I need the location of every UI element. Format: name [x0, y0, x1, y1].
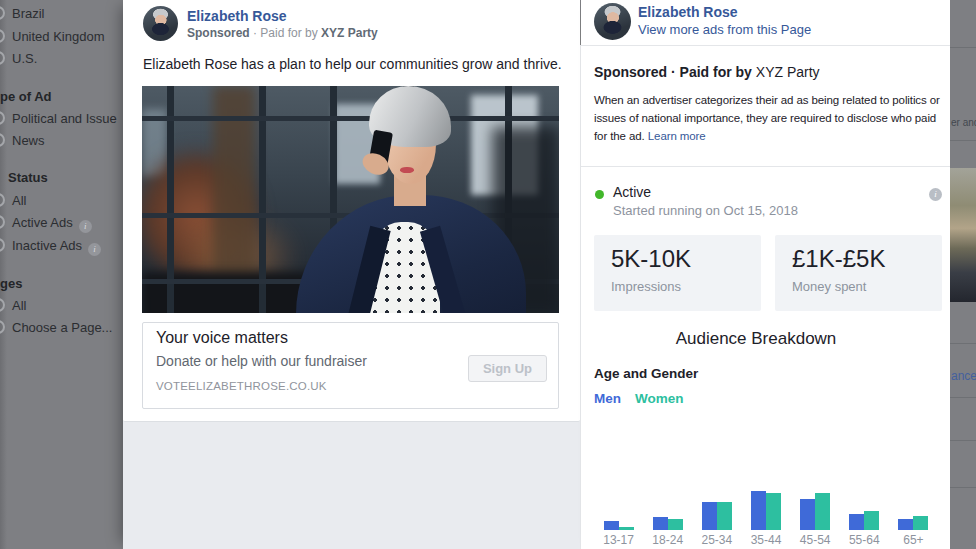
background-link-fragment: ance	[951, 369, 976, 383]
info-icon[interactable]	[79, 220, 92, 233]
ad-preview-column: Elizabeth Rose Sponsored · Paid for by X…	[123, 0, 580, 549]
view-more-ads-link[interactable]: View more ads from this Page	[638, 22, 811, 37]
political-disclosure-text: When an advertiser categorizes their ad …	[594, 91, 944, 145]
chart-category-label: 13-17	[603, 533, 634, 547]
bar-men	[702, 502, 717, 530]
ad-details-column: Elizabeth Rose View more ads from this P…	[581, 0, 950, 549]
link-description: Donate or help with our fundraiser	[156, 353, 367, 369]
background-divider	[950, 440, 976, 441]
radio-icon[interactable]	[0, 193, 5, 207]
section-divider	[581, 45, 950, 46]
age-and-gender-label: Age and Gender	[594, 366, 698, 381]
bar-men	[898, 519, 913, 530]
audience-breakdown-title: Audience Breakdown	[581, 329, 931, 349]
impressions-value: 5K-10K	[611, 245, 691, 273]
background-divider	[950, 47, 976, 48]
chart-category-label: 65+	[903, 533, 923, 547]
chart-group: 45-54	[791, 460, 840, 548]
page-name-link[interactable]: Elizabeth Rose	[187, 8, 287, 24]
active-status-dot-icon	[595, 190, 604, 199]
learn-more-link[interactable]: Learn more	[648, 130, 706, 142]
background-divider	[950, 487, 976, 488]
bar-women	[815, 493, 830, 530]
background-text-fragment: er and	[951, 117, 976, 128]
money-spent-value: £1K-£5K	[792, 245, 885, 273]
sidebar-item-label: Inactive Ads	[12, 238, 82, 253]
bar-women	[668, 519, 683, 530]
chart-group: 13-17	[594, 460, 643, 548]
paid-for-by-label: · Paid for by	[250, 26, 321, 40]
ad-image[interactable]	[142, 86, 559, 313]
chart-group: 65+	[889, 460, 938, 548]
funder-name: XYZ Party	[321, 26, 378, 40]
radio-icon[interactable]	[0, 111, 5, 125]
legend-men: Men	[594, 391, 621, 406]
page-avatar[interactable]	[143, 6, 178, 41]
age-gender-chart: 13-1718-2425-3435-4445-5455-6465+	[594, 460, 938, 548]
radio-icon[interactable]	[0, 320, 5, 334]
money-spent-label: Money spent	[792, 279, 866, 294]
page-avatar[interactable]	[594, 3, 631, 40]
section-divider	[581, 166, 950, 167]
chart-category-label: 45-54	[800, 533, 831, 547]
chart-group: 18-24	[643, 460, 692, 548]
sidebar-item-label: All	[12, 298, 26, 313]
radio-icon[interactable]	[0, 238, 5, 252]
photo-lips	[400, 167, 414, 173]
sidebar-item-label: Brazil	[12, 6, 45, 21]
sidebar-section-header-pages: ges	[0, 276, 22, 291]
background-divider	[950, 140, 976, 141]
filter-sidebar: Brazil United Kingdom U.S. pe of Ad Poli…	[0, 0, 123, 549]
radio-icon[interactable]	[0, 6, 5, 20]
radio-icon[interactable]	[0, 215, 5, 229]
dimmed-background-page: er and ance	[950, 0, 976, 549]
sidebar-section-header-status: Status	[8, 170, 48, 185]
bar-women	[766, 493, 781, 530]
chart-category-label: 25-34	[702, 533, 733, 547]
impressions-stat-box: 5K-10K Impressions	[594, 235, 761, 311]
sidebar-item-label: Political and Issue	[12, 111, 117, 126]
bar-women	[619, 527, 634, 530]
chart-group: 25-34	[692, 460, 741, 548]
chart-bar-pair	[653, 460, 683, 530]
ad-library-detail-screen: Brazil United Kingdom U.S. pe of Ad Poli…	[0, 0, 976, 549]
bar-women	[717, 502, 732, 530]
bar-men	[653, 517, 668, 530]
money-spent-stat-box: £1K-£5K Money spent	[775, 235, 942, 311]
bar-women	[913, 516, 928, 530]
chart-bar-pair	[898, 460, 928, 530]
chart-bar-pair	[702, 460, 732, 530]
disclosure-body: When an advertiser categorizes their ad …	[594, 94, 940, 142]
info-icon[interactable]	[929, 188, 942, 201]
sign-up-button[interactable]: Sign Up	[468, 355, 547, 382]
chart-bar-pair	[751, 460, 781, 530]
impressions-label: Impressions	[611, 279, 681, 294]
bar-men	[604, 521, 619, 530]
chart-category-label: 18-24	[652, 533, 683, 547]
radio-icon[interactable]	[0, 29, 5, 43]
sidebar-section-header-type-of-ad: pe of Ad	[0, 89, 52, 104]
background-image-fragment	[950, 168, 976, 302]
ad-link-card[interactable]: Your voice matters Donate or help with o…	[142, 322, 559, 409]
legend-women: Women	[635, 391, 684, 406]
sidebar-item-label: U.S.	[12, 51, 37, 66]
radio-icon[interactable]	[0, 51, 5, 65]
chart-category-label: 55-64	[849, 533, 880, 547]
info-icon[interactable]	[88, 243, 101, 256]
chart-bar-pair	[604, 460, 634, 530]
chart-bar-pair	[849, 460, 879, 530]
status-started-text: Started running on Oct 15, 2018	[613, 203, 798, 218]
link-domain: VOTEELIZABETHROSE.CO.UK	[156, 380, 327, 392]
sidebar-item-label: All	[12, 193, 26, 208]
bar-men	[751, 491, 766, 530]
bar-men	[800, 499, 815, 530]
sponsored-meta: Sponsored · Paid for by XYZ Party	[594, 64, 820, 80]
bar-men	[849, 514, 864, 530]
sponsored-paid-for-by-label: Sponsored · Paid for by	[594, 64, 752, 80]
page-name-link[interactable]: Elizabeth Rose	[638, 4, 738, 20]
ad-preview-card: Elizabeth Rose Sponsored · Paid for by X…	[123, 0, 580, 422]
sponsored-meta: Sponsored · Paid for by XYZ Party	[187, 26, 378, 40]
radio-icon[interactable]	[0, 298, 5, 312]
radio-icon[interactable]	[0, 133, 5, 147]
sponsored-label: Sponsored	[187, 26, 250, 40]
